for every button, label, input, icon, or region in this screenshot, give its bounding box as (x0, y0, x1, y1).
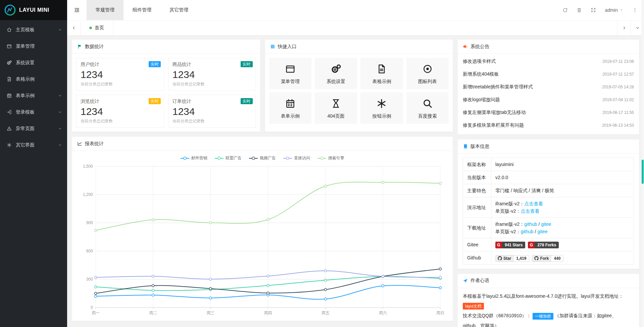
refresh-button[interactable] (558, 0, 572, 20)
chevron-down-icon (58, 94, 62, 97)
announcement-item[interactable]: 修复多模块菜单栏展开有问题2019-06-13 14:53 (463, 119, 634, 132)
announcement-list: 修改选项卡样式2019-07-11 23:06新增系统404模板2019-07-… (458, 54, 639, 134)
asterisk-icon (377, 98, 387, 109)
legend-item[interactable]: 搜索引擎 (317, 155, 344, 161)
grid-icon (270, 44, 275, 49)
legend-item[interactable]: 视频广告 (249, 155, 276, 161)
report-chart-svg: 03006009001,2001,500周一周二周三周四周五周六周日 (76, 162, 449, 319)
target-icon (423, 64, 433, 74)
legend-item[interactable]: 邮件营销 (181, 155, 207, 161)
tab-home[interactable]: 首页 (81, 21, 113, 35)
topbar-right: admin (558, 0, 644, 20)
gitee-badge[interactable]: G278 Forks (528, 242, 559, 248)
ellipsis-v-icon (632, 7, 638, 13)
user-dropdown[interactable]: admin (600, 7, 628, 13)
paper-plane-icon (463, 278, 468, 283)
sidebar-item[interactable]: 异常页面 (0, 120, 67, 137)
link-gitee[interactable]: gitee (541, 221, 551, 227)
version-row: 下载地址iframe版-v2：github / gitee单页版-v2：gith… (463, 218, 634, 238)
quick-entry-系统设置[interactable]: 系统设置 (315, 58, 357, 89)
announcement-item[interactable]: 修复左侧菜单缩放tab无法移动2019-06-17 11:55 (463, 106, 634, 119)
file-icon (7, 77, 16, 82)
card-title: 作者心语 (470, 278, 489, 284)
gitee-icon: G (528, 242, 535, 248)
sidebar-item[interactable]: 表格示例 (0, 71, 67, 87)
svg-text:周一: 周一 (92, 311, 100, 315)
link-github[interactable]: github (524, 221, 537, 227)
github-badge[interactable]: Star1,419 (495, 255, 529, 262)
realtime-badge: 实时 (241, 98, 253, 104)
svg-text:900: 900 (86, 220, 93, 225)
collapse-sidebar-button[interactable] (67, 0, 87, 20)
sidebar-item[interactable]: 表单示例 (0, 87, 67, 104)
card-announcements: 系统公告 修改选项卡样式2019-07-11 23:06新增系统404模板201… (458, 40, 639, 134)
sidebar-item[interactable]: 系统设置 (0, 54, 67, 71)
announcement-item[interactable]: 新增treetable插件和菜单管理样式2019-07-05 14:28 (463, 81, 634, 93)
link-点击查看[interactable]: 点击查看 (521, 208, 539, 214)
link-gitee[interactable]: gitee (537, 229, 547, 234)
github-badge[interactable]: Fork440 (532, 255, 563, 262)
quick-entry-404页面[interactable]: 404页面 (315, 92, 357, 124)
legend-item[interactable]: 联盟广告 (215, 155, 242, 161)
search-icon (423, 98, 433, 109)
svg-text:周二: 周二 (149, 311, 157, 315)
sidebar-item[interactable]: 其它界面 (0, 137, 67, 153)
svg-text:0: 0 (91, 305, 93, 310)
gears-icon (331, 64, 341, 74)
announcement-item[interactable]: 修改logo缩放问题2019-07-04 11:02 (463, 93, 634, 106)
quick-entry-图标列表[interactable]: 图标列表 (406, 58, 449, 89)
card-data-stats: 数据统计 用户统计1234当前分类总记录数实时商品统计1234当前分类总记录数实… (72, 40, 260, 132)
bullhorn-icon (463, 44, 468, 49)
fullscreen-button[interactable] (586, 0, 600, 20)
calendar-icon (7, 93, 16, 98)
sidebar-item[interactable]: 登录模板 (0, 104, 67, 120)
version-row: GithubStar1,419Fork440 (463, 251, 634, 264)
svg-text:周五: 周五 (321, 311, 330, 315)
chevron-down-icon (58, 28, 62, 32)
clear-cache-button[interactable] (572, 0, 586, 20)
header-tab[interactable]: 组件管理 (123, 0, 160, 20)
expand-icon (591, 7, 596, 13)
layui-docs-badge[interactable]: layui文档 (463, 303, 484, 310)
content: 数据统计 用户统计1234当前分类总记录数实时商品统计1234当前分类总记录数实… (67, 36, 644, 327)
tab-scroll-right-button[interactable] (617, 21, 631, 35)
card-title: 系统公告 (470, 44, 489, 50)
announcement-item[interactable]: 修改选项卡样式2019-07-11 23:06 (463, 55, 634, 68)
gears-icon (7, 60, 16, 65)
home-icon (7, 27, 16, 32)
quick-entry-表格示例[interactable]: 表格示例 (360, 58, 403, 89)
card-report-chart-header: 报表统计 (72, 137, 453, 151)
join-qq-group-badge[interactable]: 一键加群 (533, 313, 553, 320)
link-github[interactable]: github (521, 229, 533, 234)
header-tab[interactable]: 常规管理 (87, 0, 123, 20)
card-title: 报表统计 (85, 141, 104, 147)
card-title: 数据统计 (85, 44, 104, 50)
file-icon (377, 64, 387, 74)
stat-box: 商品统计1234当前分类总记录数实时 (168, 58, 256, 91)
sidebar-item[interactable]: 菜单管理 (0, 38, 67, 54)
link-点击查看[interactable]: 点击查看 (524, 201, 543, 206)
tab-scroll-left-button[interactable] (67, 21, 81, 35)
stats-grid: 用户统计1234当前分类总记录数实时商品统计1234当前分类总记录数实时浏览统计… (72, 54, 260, 132)
more-menu-button[interactable] (628, 0, 642, 20)
quick-entry-菜单管理[interactable]: 菜单管理 (269, 58, 311, 89)
card-version-info-header: 版本信息 (458, 139, 639, 154)
gitee-badge[interactable]: G941 Stars (495, 242, 525, 248)
header-tab[interactable]: 其它管理 (160, 0, 197, 20)
caret-down-icon (620, 8, 623, 12)
legend-item[interactable]: 直接访问 (283, 155, 310, 161)
logo[interactable]: LAYUI MINI (0, 0, 67, 20)
scrollbar-thumb[interactable] (642, 160, 644, 184)
version-row: 当前版本v2.0.0 (463, 171, 634, 184)
announcement-item[interactable]: 新增系统404模板2019-07-11 12:57 (463, 68, 634, 81)
report-chart-body: 邮件营销联盟广告视频广告直接访问搜索引擎 03006009001,2001,50… (72, 151, 453, 321)
quick-entry-百度搜索[interactable]: 百度搜索 (406, 92, 449, 124)
quick-entry-表单示例[interactable]: 表单示例 (269, 92, 311, 124)
quick-entry-grid: 菜单管理系统设置表格示例图标列表表单示例404页面按钮示例百度搜索 (265, 54, 453, 128)
tab-active-dot (89, 27, 92, 29)
topbar: 常规管理组件管理其它管理 admin (67, 0, 644, 20)
snowflake-icon (7, 142, 16, 148)
sidebar-item[interactable]: 主页模板 (0, 22, 67, 38)
card-version-info: 版本信息 框架名称layuimini当前版本v2.0.0主要特色零门槛 / 响应… (458, 139, 639, 269)
quick-entry-按钮示例[interactable]: 按钮示例 (360, 92, 403, 124)
